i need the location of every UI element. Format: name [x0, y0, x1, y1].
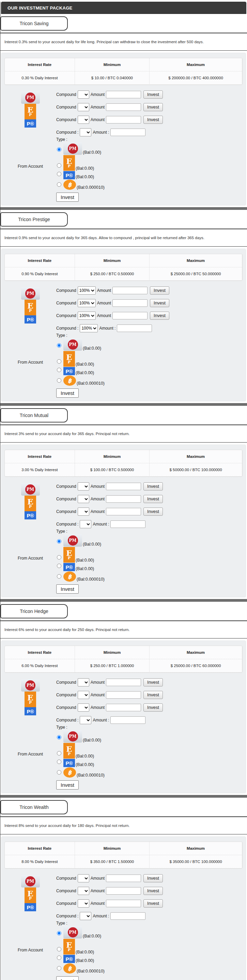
amount-input-bitcoin[interactable]	[117, 325, 152, 332]
amount-input-epaycore[interactable]	[112, 299, 148, 307]
package-tab[interactable]: Tricon Prestige	[0, 212, 68, 226]
from-account-radio-bitcoin[interactable]	[57, 574, 61, 579]
amount-input-payeer[interactable]	[106, 900, 141, 907]
epaycore-logo-text: E	[66, 550, 72, 557]
compound-select-bitcoin[interactable]: 100%	[80, 324, 98, 332]
amount-input-bitcoin[interactable]	[111, 520, 146, 528]
invest-button-epaycore[interactable]: Invest	[143, 103, 163, 111]
amount-input-epaycore[interactable]	[106, 887, 141, 895]
invest-button-pm[interactable]: Invest	[150, 286, 169, 294]
amount-input-payeer[interactable]	[106, 508, 141, 515]
from-account-radio-payeer[interactable]	[57, 368, 61, 372]
invest-button-epaycore[interactable]: Invest	[143, 887, 163, 895]
invest-button-payeer[interactable]: Invest	[143, 508, 163, 516]
from-account-radio-payeer[interactable]	[57, 760, 61, 764]
compound-label: Compound :	[56, 326, 79, 331]
from-account-radio-epaycore[interactable]	[57, 359, 61, 364]
from-account-radio-perfect-money[interactable]	[57, 343, 61, 348]
payeer-icon: P®	[24, 511, 36, 519]
invest-button-epaycore[interactable]: Invest	[150, 299, 169, 307]
compound-select-payeer[interactable]	[78, 508, 89, 516]
compound-select-bitcoin[interactable]	[80, 128, 91, 137]
amount-input-pm[interactable]	[106, 875, 141, 882]
package-tab[interactable]: Tricon Hedge	[0, 604, 68, 619]
amount-input-pm[interactable]	[112, 287, 148, 294]
amount-label: Amount	[91, 680, 104, 685]
from-account-radio-perfect-money[interactable]	[57, 539, 61, 544]
amount-input-pm[interactable]	[106, 91, 141, 98]
compound-select-bitcoin[interactable]	[80, 520, 91, 528]
compound-select-epaycore[interactable]	[78, 887, 89, 895]
amount-input-bitcoin[interactable]	[111, 129, 146, 136]
payeer-icon: P®	[24, 707, 36, 715]
epaycore-logo-text: E	[27, 890, 34, 897]
from-account-radio-bitcoin[interactable]	[57, 770, 61, 775]
rate-table: Interest Rate Minimum Maximum 3.00 % Dai…	[5, 450, 242, 477]
from-account-radio-perfect-money[interactable]	[57, 147, 61, 152]
amount-label: Amount	[91, 692, 104, 697]
perfect-money-logo-text: PM	[68, 143, 78, 154]
col-header-interest-rate: Interest Rate	[5, 646, 75, 659]
compound-select-pm[interactable]	[78, 874, 89, 882]
from-account-radio-epaycore[interactable]	[57, 751, 61, 756]
from-account-radio-bitcoin[interactable]	[57, 378, 61, 383]
invest-button-epaycore[interactable]: Invest	[143, 495, 163, 503]
amount-input-epaycore[interactable]	[106, 495, 141, 503]
package-tab[interactable]: Tricon Saving	[0, 16, 68, 30]
amount-input-bitcoin[interactable]	[111, 912, 146, 920]
amount-input-epaycore[interactable]	[106, 103, 141, 111]
from-account-radio-payeer[interactable]	[57, 564, 61, 568]
invest-button-payeer[interactable]: Invest	[150, 312, 169, 320]
invest-button-payeer[interactable]: Invest	[143, 703, 163, 712]
invest-button-pm[interactable]: Invest	[143, 678, 163, 686]
invest-button-final[interactable]: Invest	[56, 584, 79, 593]
invest-button-payeer[interactable]: Invest	[143, 116, 163, 124]
package-tab[interactable]: Tricon Mutual	[0, 408, 68, 423]
invest-button-pm[interactable]: Invest	[143, 91, 163, 99]
amount-label: Amount	[91, 105, 104, 110]
compound-select-pm[interactable]: 100%	[78, 286, 96, 294]
compound-select-bitcoin[interactable]	[80, 912, 91, 920]
amount-input-pm[interactable]	[106, 483, 141, 490]
invest-button-pm[interactable]: Invest	[143, 482, 163, 490]
from-account-radio-perfect-money[interactable]	[57, 735, 61, 740]
compound-select-epaycore[interactable]: 100%	[78, 299, 96, 307]
amount-input-pm[interactable]	[106, 679, 141, 686]
compound-select-epaycore[interactable]	[78, 103, 89, 111]
compound-select-payeer[interactable]	[78, 116, 89, 124]
invest-button-final[interactable]: Invest	[56, 388, 79, 398]
epaycore-logo-text: E	[27, 498, 34, 505]
compound-select-epaycore[interactable]	[78, 691, 89, 699]
from-account-radio-payeer[interactable]	[57, 172, 61, 176]
from-account-option-epaycore: E P (Bal:0.00)	[56, 351, 242, 367]
from-account-radio-epaycore[interactable]	[57, 947, 61, 951]
from-account-radio-bitcoin[interactable]	[57, 182, 61, 187]
payeer-icon: P®	[63, 367, 75, 375]
from-account-label: From Account	[5, 752, 56, 757]
amount-input-payeer[interactable]	[106, 704, 141, 711]
amount-input-payeer[interactable]	[112, 312, 148, 320]
invest-button-final[interactable]: Invest	[56, 192, 79, 202]
compound-select-payeer[interactable]	[78, 703, 89, 712]
amount-input-epaycore[interactable]	[106, 691, 141, 699]
invest-button-pm[interactable]: Invest	[143, 874, 163, 882]
amount-input-bitcoin[interactable]	[111, 716, 146, 724]
compound-select-payeer[interactable]: 100%	[78, 312, 96, 320]
compound-select-pm[interactable]	[78, 678, 89, 686]
amount-input-payeer[interactable]	[106, 116, 141, 124]
compound-select-epaycore[interactable]	[78, 495, 89, 503]
package-tab[interactable]: Tricon Wealth	[0, 800, 68, 815]
from-account-radio-payeer[interactable]	[57, 956, 61, 960]
invest-button-epaycore[interactable]: Invest	[143, 691, 163, 699]
from-account-radio-bitcoin[interactable]	[57, 966, 61, 970]
invest-button-final[interactable]: Invest	[56, 976, 79, 980]
compound-select-bitcoin[interactable]	[80, 716, 91, 724]
compound-select-payeer[interactable]	[78, 899, 89, 908]
from-account-radio-epaycore[interactable]	[57, 163, 61, 168]
invest-button-payeer[interactable]: Invest	[143, 899, 163, 908]
invest-button-final[interactable]: Invest	[56, 780, 79, 789]
from-account-radio-epaycore[interactable]	[57, 555, 61, 560]
from-account-radio-perfect-money[interactable]	[57, 931, 61, 935]
compound-select-pm[interactable]	[78, 91, 89, 99]
compound-select-pm[interactable]	[78, 482, 89, 490]
